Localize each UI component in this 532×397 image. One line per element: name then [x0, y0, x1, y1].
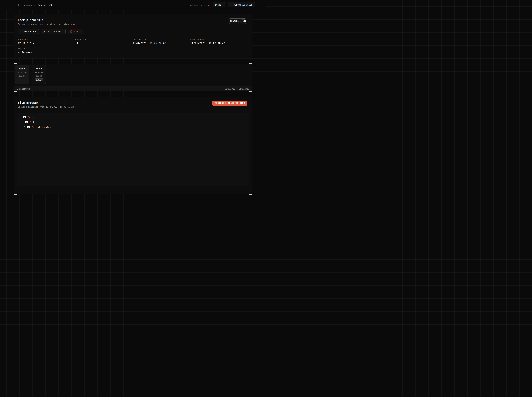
report-issue-button[interactable]: REPORT AN ISSUE [228, 2, 255, 7]
delete-label: DELETE [74, 30, 81, 33]
corner-bracket [14, 14, 17, 17]
snapshot-card[interactable]: Nov 8 11:26 AM 133 KB Latest [32, 65, 46, 84]
enabled-toggle-label: ENABLED [230, 20, 239, 22]
corner-bracket [14, 192, 17, 195]
corner-bracket [249, 97, 252, 99]
chevron-right-icon [34, 4, 36, 6]
tree-row-usr[interactable]: usr [19, 115, 247, 120]
tree-row-ossl-modules[interactable]: ossl-modules [19, 125, 247, 130]
report-issue-icon [230, 4, 232, 6]
status-text: Success [22, 51, 32, 54]
field-schedule: SCHEDULE 02 10 * * 2 [18, 39, 75, 45]
latest-badge: Latest [35, 79, 44, 81]
page-title: Backup schedule [18, 19, 248, 22]
welcome-prefix: Welcome, [190, 4, 200, 6]
report-issue-label: REPORT AN ISSUE [234, 4, 253, 6]
chevron-down-icon[interactable] [20, 116, 22, 118]
corner-bracket [14, 56, 17, 58]
toggle-switch[interactable] [240, 19, 246, 23]
field-last-backup: LAST BACKUP 11/8/2025, 11:26:22 AM [133, 39, 190, 45]
schedule-fields: SCHEDULE 02 10 * * 2 REPOSITORY ttt LAST… [18, 39, 248, 45]
logout-label: LOGOUT [215, 4, 222, 6]
tree-row-lib[interactable]: lib [19, 120, 247, 125]
welcome-text: Welcome, nicolas [190, 4, 210, 6]
field-value: 02 10 * * 2 [18, 42, 75, 45]
snapshot-count: 2 snapshots [17, 88, 30, 90]
snapshot-date: Nov 8 [32, 68, 46, 70]
status-value: Success [18, 51, 248, 54]
corner-bracket [249, 192, 252, 195]
tree-item-label[interactable]: ossl-modules [35, 126, 51, 129]
field-label: SCHEDULE [18, 39, 75, 41]
snapshot-size: 133 KB [15, 75, 29, 77]
snapshot-size: 133 KB [32, 75, 46, 77]
tree-item-label[interactable]: usr [31, 116, 35, 118]
file-browser-section: File Browser Viewing snapshot from 11/8/… [14, 97, 252, 194]
snapshot-time: 10:09 AM [15, 71, 29, 74]
snapshot-strip: Nov 8 10:09 AM 133 KB Nov 8 11:26 AM 133… [14, 64, 252, 86]
field-value: 11/8/2025, 11:26:22 AM [133, 42, 190, 45]
checkbox-checked[interactable] [25, 121, 28, 124]
corner-bracket [14, 89, 17, 92]
folder-open-icon [27, 116, 30, 118]
corner-bracket [249, 56, 252, 58]
status-label: STATUS [18, 48, 248, 50]
restore-button[interactable]: RESTORE 1 SELECTED ITEM [212, 100, 247, 105]
topbar: Backups Schedule #3 Welcome, nicolas LOG… [0, 0, 266, 10]
edit-schedule-label: EDIT SCHEDULE [47, 30, 63, 33]
field-repository: REPOSITORY ttt [75, 39, 133, 45]
delete-button[interactable]: DELETE [68, 29, 83, 34]
field-value: 11/11/2025, 11:02:00 AM [190, 42, 248, 45]
corner-bracket [14, 63, 17, 66]
file-browser-subtitle: Viewing snapshot from 11/8/2025, 10:09:1… [18, 105, 249, 108]
snapshot-footer: 2 snapshots 11/8/2025 – 11/8/2025 [14, 86, 252, 92]
status-block: STATUS Success [18, 48, 248, 54]
pencil-icon [43, 30, 45, 33]
edit-schedule-button[interactable]: EDIT SCHEDULE [41, 29, 65, 34]
file-tree: usr lib ossl-modules [17, 113, 249, 186]
backup-now-label: BACKUP NOW [24, 30, 36, 33]
snapshot-date-range: 11/8/2025 – 11/8/2025 [224, 88, 249, 90]
card-subtitle: Automated backup configuration for volum… [18, 23, 248, 25]
folder-icon [31, 126, 34, 129]
field-label: NEXT BACKUP [190, 39, 248, 41]
chevron-right-icon[interactable] [24, 126, 26, 128]
topbar-right: Welcome, nicolas LOGOUT REPORT AN ISSUE [190, 2, 255, 7]
snapshot-date: Nov 8 [15, 68, 29, 70]
subtitle-prefix: Automated backup configuration for volum… [18, 23, 71, 25]
field-label: LAST BACKUP [133, 39, 190, 41]
username: nicolas [201, 4, 210, 6]
checkbox-checked[interactable] [23, 116, 26, 118]
enabled-toggle[interactable]: ENABLED [228, 19, 247, 24]
checkbox-checked[interactable] [27, 126, 30, 128]
corner-bracket [249, 14, 252, 17]
folder-open-icon [29, 121, 32, 124]
snapshot-time: 11:26 AM [32, 71, 46, 74]
logout-button[interactable]: LOGOUT [213, 2, 225, 7]
check-icon [18, 51, 20, 54]
schedule-actions: BACKUP NOW EDIT SCHEDULE DELETE [18, 29, 248, 34]
snapshot-card-selected[interactable]: Nov 8 10:09 AM 133 KB [15, 65, 29, 84]
volume-name: sss [71, 23, 75, 25]
snapshots-section: Nov 8 10:09 AM 133 KB Nov 8 11:26 AM 133… [14, 64, 252, 92]
backup-schedule-card: Backup schedule Automated backup configu… [14, 14, 252, 58]
corner-bracket [249, 63, 252, 66]
backup-now-button[interactable]: BACKUP NOW [18, 29, 39, 34]
sidebar-toggle-button[interactable] [16, 3, 19, 6]
breadcrumb: Backups Schedule #3 [23, 4, 52, 6]
field-value: ttt [75, 42, 133, 45]
tree-item-label[interactable]: lib [33, 121, 37, 124]
field-label: REPOSITORY [75, 39, 133, 41]
chevron-down-icon[interactable] [22, 121, 24, 124]
field-next-backup: NEXT BACKUP 11/11/2025, 11:02:00 AM [190, 39, 248, 45]
breadcrumb-current: Schedule #3 [38, 4, 52, 6]
panel-left-icon [16, 3, 19, 6]
toggle-knob [243, 20, 246, 22]
trash-icon [70, 30, 72, 33]
breadcrumb-backups[interactable]: Backups [23, 4, 32, 6]
corner-bracket [249, 89, 252, 92]
corner-bracket [14, 97, 17, 99]
play-icon [20, 30, 23, 33]
